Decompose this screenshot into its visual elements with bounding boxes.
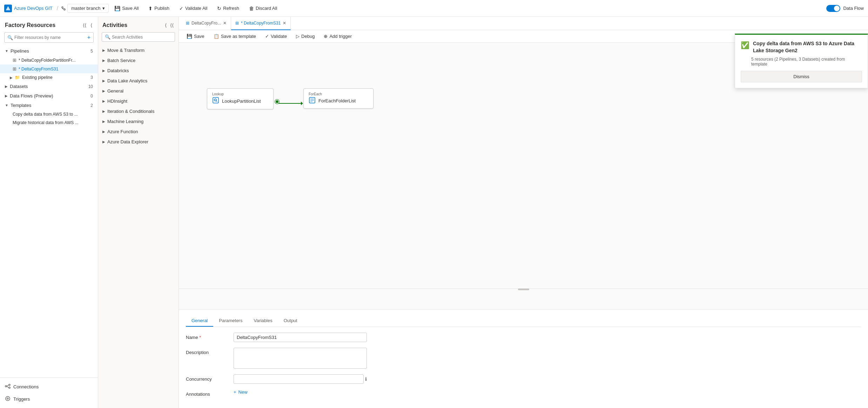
svg-line-13 [216, 101, 217, 102]
activities-header: Activities ⟨ ⟨⟨ [98, 17, 179, 32]
brand-section: Azure DevOps GIT [4, 5, 53, 12]
pipeline-item-2[interactable]: ⊞ * DeltaCopyFromS31 [0, 64, 98, 73]
tab-variables[interactable]: Variables [248, 315, 278, 327]
activities-search-input[interactable] [112, 35, 172, 40]
name-input[interactable] [234, 333, 367, 342]
templates-label: Templates [11, 103, 31, 108]
svg-point-6 [9, 387, 10, 388]
pipeline-icon-1: ⊞ [13, 57, 16, 63]
template-item-1[interactable]: Copy delta data from AWS S3 to ... [0, 110, 98, 118]
refresh-button[interactable]: ↻ Refresh [213, 4, 243, 13]
toast-dismiss-button[interactable]: Dismiss [741, 71, 862, 82]
branch-selector[interactable]: master branch ▾ [67, 4, 109, 13]
general-chevron-icon: ▶ [102, 89, 105, 93]
save-button[interactable]: 💾 Save [183, 32, 208, 40]
pipeline-label-1: * DeltaCopyFolderPartitionFr... [19, 58, 76, 63]
foreach-node[interactable]: ForEach ForEachFolderList [303, 88, 374, 109]
validate-button[interactable]: ✓ Validate [262, 32, 290, 40]
foreach-node-group-label: ForEach [309, 92, 356, 96]
sidebar-search-input[interactable] [14, 35, 87, 40]
activities-collapse-icon[interactable]: ⟨ [164, 22, 167, 29]
tab-parameters[interactable]: Parameters [213, 315, 248, 327]
activity-group-move-transform[interactable]: ▶ Move & Transform [98, 45, 179, 55]
publish-button[interactable]: ⬆ Publish [144, 4, 174, 13]
annotations-label: Annotations [186, 389, 228, 397]
properties-panel: General Parameters Variables Output [179, 309, 868, 408]
activities-panel: Activities ⟨ ⟨⟨ 🔍 ▶ Move & Transform ▶ B… [98, 17, 179, 408]
templates-count: 2 [90, 103, 93, 108]
databricks-label: Databricks [107, 68, 129, 73]
azure-data-explorer-label: Azure Data Explorer [107, 139, 148, 144]
tab1-label: DeltaCopyFro... [191, 21, 221, 26]
iteration-conditionals-label: Iteration & Conditionals [107, 109, 154, 114]
activity-group-machine-learning[interactable]: ▶ Machine Learning [98, 116, 179, 127]
svg-point-5 [9, 384, 10, 386]
pipeline-canvas[interactable]: Lookup LookupPartitionList [179, 43, 868, 408]
new-annotation-button[interactable]: + New [234, 389, 248, 395]
activities-minimize-icon[interactable]: ⟨⟨ [169, 22, 174, 29]
pipelines-label: Pipelines [11, 48, 29, 54]
save-icon: 💾 [187, 34, 192, 39]
sidebar-section-dataflows[interactable]: ▶ Data Flows (Preview) 0 [0, 91, 98, 101]
pipeline-tab-1[interactable]: ⊞ DeltaCopyFro... ✕ [182, 17, 231, 30]
azure-function-chevron-icon: ▶ [102, 130, 105, 134]
description-field-row: Description [186, 348, 861, 369]
pipeline-tab-2[interactable]: ⊞ * DeltaCopyFromS31 ✕ [231, 17, 291, 30]
activity-group-azure-function[interactable]: ▶ Azure Function [98, 127, 179, 137]
dataflows-label: Data Flows (Preview) [10, 93, 53, 98]
save-label: Save [194, 34, 204, 39]
activity-group-iteration-conditionals[interactable]: ▶ Iteration & Conditionals [98, 106, 179, 116]
main-layout: Factory Resources ⟨⟨ ⟨ 🔍 + ▼ Pipelines 5… [0, 17, 868, 408]
sidebar-add-button[interactable]: + [87, 34, 90, 41]
debug-label: Debug [301, 34, 315, 39]
template-item-2[interactable]: Migrate historical data from AWS ... [0, 118, 98, 127]
existing-pipeline-chevron-icon: ▶ [10, 76, 13, 80]
activity-group-hdinsight[interactable]: ▶ HDInsight [98, 96, 179, 106]
save-as-template-button[interactable]: 📋 Save as template [210, 32, 260, 40]
panel-resize-handle[interactable] [518, 288, 529, 290]
tab-output[interactable]: Output [278, 315, 303, 327]
sidebar-item-triggers[interactable]: Triggers [0, 393, 98, 405]
git-icon [61, 6, 66, 11]
sidebar-section-datasets[interactable]: ▶ Datasets 10 [0, 82, 98, 91]
sidebar-search-box[interactable]: 🔍 + [4, 32, 94, 43]
activity-group-databricks[interactable]: ▶ Databricks [98, 66, 179, 76]
annotations-field-row: Annotations + New [186, 389, 861, 397]
data-flow-toggle[interactable] [826, 5, 840, 12]
activities-header-icons: ⟨ ⟨⟨ [164, 22, 174, 29]
activity-group-data-lake-analytics[interactable]: ▶ Data Lake Analytics [98, 76, 179, 86]
pipeline-icon-2: ⊞ [13, 66, 16, 72]
sidebar-minimize-icon[interactable]: ⟨ [90, 22, 93, 29]
pipeline-item-1[interactable]: ⊞ * DeltaCopyFolderPartitionFr... [0, 56, 98, 64]
concurrency-input[interactable] [234, 374, 364, 384]
tab2-icon: ⊞ [235, 21, 239, 26]
description-input[interactable] [234, 348, 367, 369]
existing-pipeline-item[interactable]: ▶ 📁 Existing pipeline 3 [0, 73, 98, 82]
foreach-node-icon [309, 97, 316, 105]
sidebar-section-templates[interactable]: ▼ Templates 2 [0, 101, 98, 110]
activity-group-batch-service[interactable]: ▶ Batch Service [98, 55, 179, 66]
validate-all-icon: ✓ [179, 6, 183, 11]
activities-search-box[interactable]: 🔍 [102, 32, 175, 42]
discard-all-button[interactable]: 🗑 Discard All [245, 4, 281, 13]
add-trigger-icon: ⊕ [324, 34, 328, 39]
name-required-indicator: * [199, 335, 201, 340]
save-all-button[interactable]: 💾 Save All [110, 4, 143, 13]
data-flow-toggle-section: Data Flow [826, 5, 864, 12]
tab-general[interactable]: General [186, 315, 213, 327]
validate-all-button[interactable]: ✓ Validate All [175, 4, 211, 13]
add-trigger-button[interactable]: ⊕ Add trigger [320, 32, 355, 40]
lookup-node-group-label: Lookup [212, 92, 261, 96]
activity-group-general[interactable]: ▶ General [98, 86, 179, 96]
batch-service-label: Batch Service [107, 58, 135, 63]
svg-rect-17 [310, 101, 312, 102]
sidebar-section-pipelines[interactable]: ▼ Pipelines 5 [0, 46, 98, 56]
activity-group-azure-data-explorer[interactable]: ▶ Azure Data Explorer [98, 137, 179, 147]
tab1-close-button[interactable]: ✕ [223, 21, 227, 26]
sidebar-collapse-icon[interactable]: ⟨⟨ [82, 22, 87, 29]
sidebar-item-connections[interactable]: Connections [0, 381, 98, 393]
debug-button[interactable]: ▷ Debug [292, 32, 318, 40]
tab2-close-button[interactable]: ✕ [283, 21, 286, 26]
datasets-label: Datasets [10, 84, 28, 89]
lookup-node[interactable]: Lookup LookupPartitionList [207, 88, 274, 109]
